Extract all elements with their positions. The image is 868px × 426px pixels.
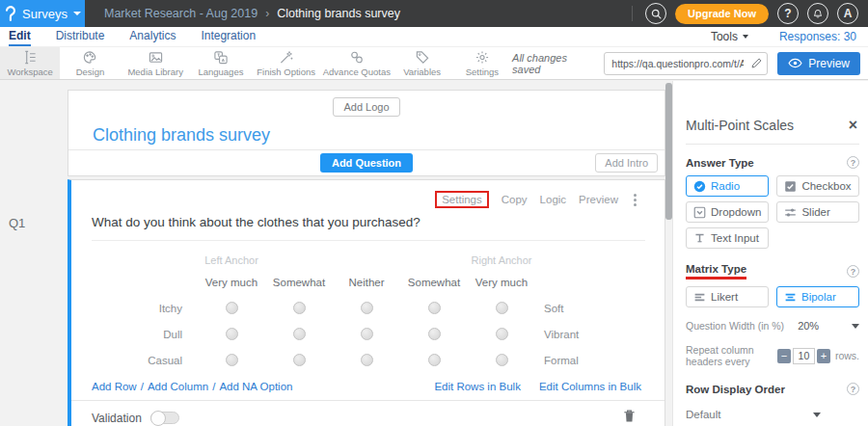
- question-text[interactable]: What do you think about the clothes that…: [92, 215, 665, 229]
- preview-button[interactable]: Preview: [777, 52, 860, 75]
- matrix-row-left-label[interactable]: Dull: [91, 329, 198, 340]
- increment-button[interactable]: +: [817, 349, 830, 363]
- matrix-radio[interactable]: [428, 328, 441, 340]
- survey-title[interactable]: Clothing brands survey: [93, 125, 665, 146]
- matrix-radio[interactable]: [428, 354, 441, 366]
- matrix-column-header[interactable]: Somewhat: [265, 277, 333, 288]
- matrix-type-options: Likert Bipolar: [686, 286, 859, 307]
- chevron-down-icon[interactable]: [852, 324, 859, 329]
- matrix-radio[interactable]: [226, 328, 238, 340]
- matrix-row-left-label[interactable]: Itchy: [91, 303, 198, 314]
- matrix-radio[interactable]: [361, 328, 373, 340]
- help-icon[interactable]: ?: [847, 383, 859, 395]
- help-icon[interactable]: ?: [847, 156, 859, 169]
- matrix-type-likert[interactable]: Likert: [686, 286, 769, 307]
- toolbar-item-advance-quotas[interactable]: Advance Quotas: [321, 47, 392, 79]
- matrix-radio[interactable]: [293, 354, 306, 366]
- answer-type-text-input[interactable]: Text Input: [686, 227, 769, 249]
- tag-icon: [415, 50, 430, 65]
- validation-toggle[interactable]: [150, 412, 179, 424]
- matrix-radio[interactable]: [428, 302, 441, 314]
- toolbar-item-media-library[interactable]: Media Library: [121, 47, 191, 79]
- close-icon[interactable]: ×: [847, 118, 859, 133]
- decrement-button[interactable]: −: [777, 349, 791, 363]
- repeat-headers-stepper: − +: [777, 348, 830, 364]
- vertical-scrollbar[interactable]: [665, 83, 672, 220]
- question-width-value[interactable]: 20%: [798, 320, 819, 332]
- toolbar-item-variables[interactable]: Variables: [392, 47, 451, 79]
- question-settings-link[interactable]: Settings: [435, 191, 489, 208]
- edit-url-button[interactable]: [750, 56, 763, 73]
- toolbar-item-design[interactable]: Design: [60, 47, 120, 79]
- matrix-column-header[interactable]: Somewhat: [400, 277, 468, 288]
- validation-label: Validation: [92, 412, 142, 425]
- delete-question-button[interactable]: [623, 409, 636, 426]
- breadcrumb-separator: ›: [265, 7, 269, 20]
- matrix-column-header[interactable]: Neither: [333, 277, 400, 288]
- slider-icon: [784, 206, 797, 219]
- add-question-button[interactable]: Add Question: [320, 153, 413, 173]
- question-copy-link[interactable]: Copy: [502, 194, 528, 205]
- matrix-radio[interactable]: [361, 354, 373, 366]
- matrix-radio[interactable]: [496, 328, 508, 340]
- matrix-radio[interactable]: [226, 354, 238, 366]
- matrix-radio[interactable]: [496, 302, 508, 314]
- row-display-order-value: Default: [686, 409, 720, 420]
- answer-type-radio[interactable]: Radio: [686, 175, 769, 197]
- matrix-column-header[interactable]: Very much: [198, 277, 265, 288]
- right-anchor-label: Right Anchor: [468, 254, 535, 266]
- survey-url-input[interactable]: [604, 52, 768, 75]
- help-icon[interactable]: ?: [847, 265, 859, 278]
- dropdown-icon: [693, 206, 706, 219]
- matrix-radio[interactable]: [226, 302, 238, 314]
- question-logic-link[interactable]: Logic: [540, 194, 567, 205]
- repeat-headers-input[interactable]: [793, 348, 815, 364]
- add-column-link[interactable]: Add Column: [148, 381, 208, 392]
- matrix-table: Left Anchor Right Anchor Very much Somew…: [91, 251, 665, 373]
- answer-type-slider[interactable]: Slider: [776, 201, 859, 223]
- toolbar-item-settings[interactable]: Settings: [452, 47, 512, 79]
- matrix-radio[interactable]: [293, 302, 306, 314]
- tools-menu[interactable]: Tools: [711, 30, 748, 43]
- add-row-link[interactable]: Add Row: [92, 381, 137, 392]
- matrix-row-left-label[interactable]: Casual: [91, 355, 198, 366]
- answer-type-dropdown[interactable]: Dropdown: [686, 201, 769, 223]
- toolbar-item-workspace[interactable]: Workspace: [0, 47, 60, 79]
- matrix-row-right-label[interactable]: Formal: [535, 355, 665, 366]
- upgrade-now-button[interactable]: Upgrade Now: [675, 4, 769, 24]
- matrix-type-bipolar[interactable]: Bipolar: [776, 286, 859, 307]
- add-logo-button[interactable]: Add Logo: [333, 97, 399, 117]
- avatar[interactable]: A: [837, 3, 858, 24]
- answer-type-checkbox[interactable]: Checkbox: [776, 175, 859, 197]
- toolbar-item-label: Settings: [466, 67, 499, 77]
- notifications-button[interactable]: [807, 3, 828, 24]
- option-label: Text Input: [711, 232, 759, 244]
- search-button[interactable]: [645, 3, 666, 24]
- matrix-radio[interactable]: [496, 354, 508, 366]
- matrix-column-header[interactable]: Very much: [468, 277, 535, 288]
- tab-integration[interactable]: Integration: [201, 27, 256, 46]
- question-preview-link[interactable]: Preview: [579, 194, 618, 205]
- responses-count[interactable]: Responses: 30: [779, 30, 856, 43]
- matrix-row-right-label[interactable]: Vibrant: [535, 329, 665, 340]
- more-options-icon[interactable]: [631, 193, 639, 207]
- edit-columns-in-bulk-link[interactable]: Edit Columns in Bulk: [539, 381, 641, 392]
- matrix-radio[interactable]: [293, 328, 306, 340]
- tab-edit[interactable]: Edit: [9, 27, 31, 46]
- matrix-radio[interactable]: [361, 302, 373, 314]
- question-width-label: Question Width (in %): [686, 320, 784, 332]
- toolbar-item-finish-options[interactable]: Finish Options: [251, 47, 321, 79]
- help-button[interactable]: ?: [777, 3, 799, 24]
- breadcrumb-parent[interactable]: Market Research - Aug 2019: [104, 7, 258, 20]
- tab-analytics[interactable]: Analytics: [129, 27, 176, 46]
- edit-rows-in-bulk-link[interactable]: Edit Rows in Bulk: [434, 381, 520, 392]
- add-na-option-link[interactable]: Add NA Option: [219, 381, 292, 392]
- tab-distribute[interactable]: Distribute: [56, 27, 105, 46]
- eye-icon: [788, 58, 802, 68]
- matrix-row-right-label[interactable]: Soft: [535, 303, 665, 314]
- survey-header-footer: Add Question Add Intro: [68, 149, 665, 175]
- surveys-menu[interactable]: Surveys: [0, 0, 85, 27]
- toolbar-item-languages[interactable]: Languages: [191, 47, 251, 79]
- row-display-order-select[interactable]: Default: [686, 409, 821, 420]
- add-intro-button[interactable]: Add Intro: [595, 153, 658, 173]
